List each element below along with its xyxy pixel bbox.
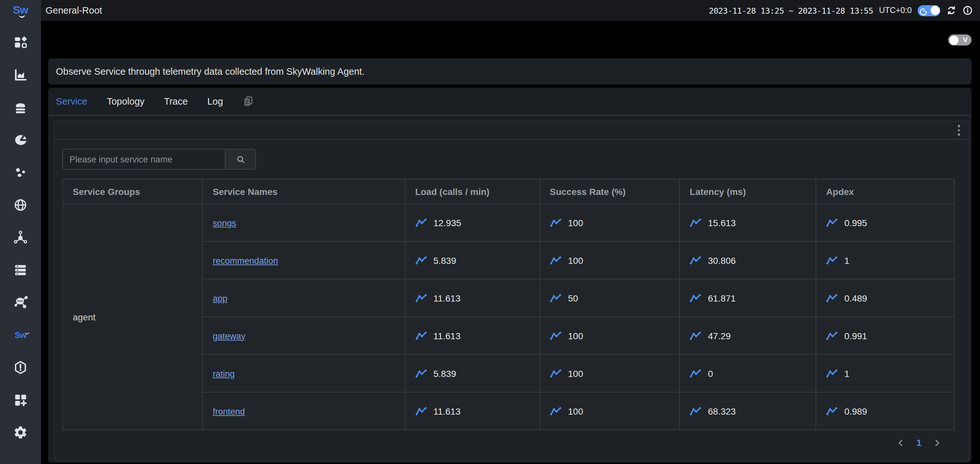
sparkline-icon: [690, 331, 702, 340]
service-link[interactable]: rating: [213, 369, 235, 378]
sparkline-icon: [415, 293, 427, 302]
toggle-knob: [949, 35, 958, 44]
service-link[interactable]: app: [213, 293, 228, 303]
service-link[interactable]: gateway: [213, 331, 246, 341]
shapes-icon[interactable]: [0, 26, 41, 59]
col-success-rate: Success Rate (%): [540, 179, 680, 204]
sparkline-icon: [826, 218, 838, 227]
success-rate-value: 100: [568, 406, 583, 416]
widget-menu-icon[interactable]: [955, 124, 963, 137]
latency-value: 15.613: [708, 218, 736, 228]
col-service-names: Service Names: [203, 179, 405, 204]
description-banner: Observe Service through telemetry data c…: [48, 59, 972, 84]
col-load: Load (calls / min): [405, 179, 540, 204]
pie-chart-icon[interactable]: [0, 124, 41, 156]
current-page[interactable]: 1: [916, 437, 921, 448]
sparkline-icon: [690, 369, 702, 378]
apdex-value: 0.991: [845, 331, 867, 341]
service-link[interactable]: recommendation: [213, 256, 278, 265]
network-nodes-icon[interactable]: [0, 286, 41, 318]
latency-value: 0: [708, 368, 713, 378]
dashboard-area: V Observe Service through telemetry data…: [41, 21, 980, 464]
view-edit-toggle[interactable]: V: [948, 35, 972, 46]
apdex-value: 0.489: [845, 293, 867, 303]
latency-value: 47.29: [708, 331, 731, 341]
sparkline-icon: [415, 256, 427, 265]
service-link[interactable]: frontend: [213, 407, 245, 416]
tab-topology[interactable]: Topology: [107, 96, 145, 106]
col-latency: Latency (ms): [680, 179, 816, 204]
gear-icon[interactable]: [0, 416, 41, 448]
sparkline-icon: [415, 407, 427, 416]
moon-icon: [920, 6, 928, 18]
apdex-value: 0.989: [845, 406, 867, 416]
sparkline-icon: [826, 369, 838, 378]
success-rate-value: 100: [568, 255, 583, 265]
sparkline-icon: [550, 256, 562, 265]
search-button[interactable]: [225, 149, 256, 170]
service-link[interactable]: songs: [213, 218, 236, 228]
sidebar-nav: Sw: [0, 21, 41, 448]
layers-icon[interactable]: [0, 91, 41, 124]
apdex-value: 1: [845, 368, 850, 378]
widget-header: [54, 122, 969, 139]
document-copy-icon[interactable]: [242, 95, 254, 107]
latency-value: 30.806: [708, 255, 736, 265]
toggle-knob: [930, 6, 939, 15]
bar-chart-icon[interactable]: [0, 59, 41, 91]
tab-trace[interactable]: Trace: [164, 96, 188, 106]
cube-axis-icon[interactable]: [0, 221, 41, 253]
grid-plus-icon[interactable]: [0, 383, 41, 416]
scatter-dots-icon[interactable]: [0, 156, 41, 189]
sparkline-icon: [690, 218, 702, 227]
prev-page-icon[interactable]: [897, 439, 904, 447]
view-mode-label: V: [963, 35, 968, 43]
search-input[interactable]: [62, 149, 225, 170]
col-service-groups: Service Groups: [63, 179, 203, 204]
next-page-icon[interactable]: [934, 439, 940, 447]
skywalking-logo[interactable]: Sw: [0, 0, 41, 21]
load-value: 11.613: [433, 406, 461, 416]
sparkline-icon: [690, 407, 702, 416]
service-table: Service Groups Service Names Load (calls…: [62, 179, 955, 430]
success-rate-value: 100: [568, 218, 583, 228]
service-panel: Service Topology Trace Log: [48, 88, 972, 463]
globe-icon[interactable]: [0, 189, 41, 221]
sparkline-icon: [550, 331, 562, 340]
skywalking-app: Sw: [0, 0, 980, 464]
sparkline-icon: [550, 293, 562, 302]
table-row: agent songs 12.935 100 15.613 0.995: [63, 204, 955, 242]
timezone-label[interactable]: UTC+0:0: [879, 6, 912, 15]
latency-value: 68.323: [708, 406, 736, 416]
service-group-cell: agent: [63, 204, 203, 430]
latency-value: 61.871: [708, 293, 736, 303]
info-icon[interactable]: [963, 5, 973, 16]
theme-toggle[interactable]: [918, 5, 940, 16]
server-list-icon[interactable]: [0, 253, 41, 286]
load-value: 12.935: [433, 218, 461, 228]
tab-service[interactable]: Service: [56, 96, 88, 106]
tab-log[interactable]: Log: [207, 96, 223, 106]
skywalking-logo-icon[interactable]: Sw: [0, 318, 41, 351]
sparkline-icon: [415, 369, 427, 378]
pagination: 1: [61, 437, 940, 448]
col-apdex: Apdex: [816, 179, 955, 204]
topbar: General-Root 2023-11-28 13:25 ~ 2023-11-…: [41, 0, 980, 21]
load-value: 5.839: [433, 368, 456, 378]
service-search: [62, 149, 256, 170]
apdex-value: 1: [845, 255, 850, 265]
logo-crescent-icon: [19, 8, 24, 21]
refresh-icon[interactable]: [946, 5, 957, 16]
sparkline-icon: [826, 407, 838, 416]
load-value: 11.613: [433, 331, 461, 341]
load-value: 5.839: [433, 255, 456, 265]
tab-bar: Service Topology Trace Log: [48, 88, 972, 115]
time-range[interactable]: 2023-11-28 13:25 ~ 2023-11-28 13:55: [709, 6, 873, 15]
sparkline-icon: [550, 369, 562, 378]
hexagon-alert-icon[interactable]: [0, 351, 41, 383]
sparkline-icon: [690, 293, 702, 302]
sparkline-icon: [690, 256, 702, 265]
sidebar: Sw: [0, 0, 41, 464]
apdex-value: 0.995: [845, 218, 867, 228]
sparkline-icon: [415, 331, 427, 340]
